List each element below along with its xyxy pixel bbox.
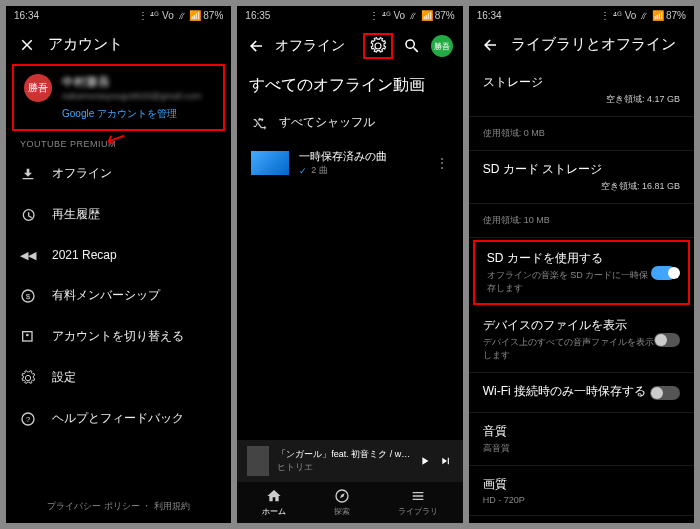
offline-header: オフライン 勝吾: [237, 25, 462, 67]
account-email: nakamurasyougo9633@gmail.com: [62, 91, 213, 101]
rewind-icon: ◀◀: [20, 247, 36, 263]
back-icon[interactable]: [481, 36, 499, 54]
nav-explore[interactable]: 探索: [334, 488, 350, 517]
setting-use-sd[interactable]: SD カードを使用する オフラインの音楽を SD カードに一時保存します: [487, 250, 676, 295]
status-time: 16:35: [245, 10, 270, 21]
header: ライブラリとオフライン: [469, 25, 694, 64]
account-name: 中村勝吾: [62, 74, 213, 91]
setting-wifi[interactable]: Wi-Fi 接続時のみ一時保存する: [469, 373, 694, 413]
back-icon[interactable]: [247, 37, 265, 55]
menu-switch-account[interactable]: アカウントを切り替える: [6, 316, 231, 357]
song-item[interactable]: 一時保存済みの曲 ✓2 曲 ⋮: [237, 141, 462, 185]
player-title: 「ンガール」feat. 初音ミク / w…: [277, 448, 410, 461]
menu-recap[interactable]: ◀◀2021 Recap: [6, 235, 231, 275]
menu-offline[interactable]: オフライン: [6, 153, 231, 194]
page-title: ライブラリとオフライン: [511, 35, 676, 54]
status-time: 16:34: [14, 10, 39, 21]
menu-help[interactable]: ?ヘルプとフィードバック: [6, 398, 231, 439]
svg-point-3: [26, 333, 29, 336]
help-icon: ?: [20, 411, 36, 427]
page-title: アカウント: [48, 35, 123, 54]
setting-show-files[interactable]: デバイスのファイルを表示 デバイス上のすべての音声ファイルを表示します: [469, 307, 694, 373]
gear-icon[interactable]: [369, 37, 387, 55]
svg-text:?: ?: [26, 414, 31, 423]
mini-player[interactable]: 「ンガール」feat. 初音ミク / w… ヒトリエ: [237, 440, 462, 482]
footer-links[interactable]: プライバシー ポリシー ・ 利用規約: [6, 490, 231, 523]
download-icon: [20, 166, 36, 182]
setting-storage-used: 使用領域: 0 MB: [469, 117, 694, 151]
history-icon: [20, 207, 36, 223]
setting-sd-used: 使用領域: 10 MB: [469, 204, 694, 238]
library-icon: [410, 488, 426, 504]
player-artist: ヒトリエ: [277, 461, 410, 474]
compass-icon: [334, 488, 350, 504]
nav-library[interactable]: ライブラリ: [398, 488, 438, 517]
shuffle-icon: [251, 115, 267, 131]
menu-membership[interactable]: $有料メンバーシップ: [6, 275, 231, 316]
menu-settings[interactable]: 設定: [6, 357, 231, 398]
account-highlight: 勝吾 中村勝吾 nakamurasyougo9633@gmail.com Goo…: [12, 64, 225, 131]
check-icon: ✓: [299, 166, 307, 176]
setting-smart-download[interactable]: スマート一時保存: [469, 516, 694, 523]
nav-home[interactable]: ホーム: [262, 488, 286, 517]
next-icon[interactable]: [439, 452, 452, 470]
menu-history[interactable]: 再生履歴: [6, 194, 231, 235]
shuffle-all[interactable]: すべてシャッフル: [237, 104, 462, 141]
avatar[interactable]: 勝吾: [24, 74, 52, 102]
status-bar: 16:35 ⋮ ⁴ᴳ Vo ⫽ 📶87%: [237, 6, 462, 25]
setting-sd-storage: SD カード ストレージ 空き領域: 16.81 GB: [469, 151, 694, 204]
sd-highlight: SD カードを使用する オフラインの音楽を SD カードに一時保存します: [473, 240, 690, 305]
setting-video-quality[interactable]: 画質 HD - 720P: [469, 466, 694, 516]
svg-text:$: $: [26, 291, 31, 300]
big-title: すべてのオフライン動画: [237, 67, 462, 104]
avatar[interactable]: 勝吾: [431, 35, 453, 57]
page-title: オフライン: [275, 37, 352, 55]
status-bar: 16:34 ⋮ ⁴ᴳ Vo ⫽ 📶87%: [6, 6, 231, 25]
toggle-sd[interactable]: [651, 266, 676, 280]
setting-storage: ストレージ 空き領域: 4.17 GB: [469, 64, 694, 117]
phone-offline: 16:35 ⋮ ⁴ᴳ Vo ⫽ 📶87% オフライン 勝吾 すべてのオフライン動…: [237, 6, 462, 523]
header: アカウント: [6, 25, 231, 64]
toggle-files[interactable]: [654, 333, 680, 347]
play-icon[interactable]: [418, 452, 431, 470]
status-bar: 16:34 ⋮ ⁴ᴳ Vo ⫽ 📶87%: [469, 6, 694, 25]
status-time: 16:34: [477, 10, 502, 21]
gear-icon: [20, 370, 36, 386]
player-thumbnail: [247, 446, 269, 476]
toggle-wifi[interactable]: [650, 386, 680, 400]
switch-account-icon: [20, 329, 36, 345]
close-icon[interactable]: [18, 36, 36, 54]
dollar-icon: $: [20, 288, 36, 304]
phone-settings: 16:34 ⋮ ⁴ᴳ Vo ⫽ 📶87% ライブラリとオフライン ストレージ 空…: [469, 6, 694, 523]
song-thumbnail: [251, 151, 289, 175]
home-icon: [266, 488, 282, 504]
phone-account: 16:34 ⋮ ⁴ᴳ Vo ⫽ 📶87% アカウント 勝吾 中村勝吾 nakam…: [6, 6, 231, 523]
setting-audio-quality[interactable]: 音質 高音質: [469, 413, 694, 466]
song-title: 一時保存済みの曲: [299, 149, 424, 164]
search-icon[interactable]: [403, 37, 421, 55]
manage-account-link[interactable]: Google アカウントを管理: [62, 107, 213, 121]
more-icon[interactable]: ⋮: [435, 155, 449, 171]
bottom-nav: ホーム 探索 ライブラリ: [237, 482, 462, 523]
gear-highlight: [363, 33, 393, 59]
